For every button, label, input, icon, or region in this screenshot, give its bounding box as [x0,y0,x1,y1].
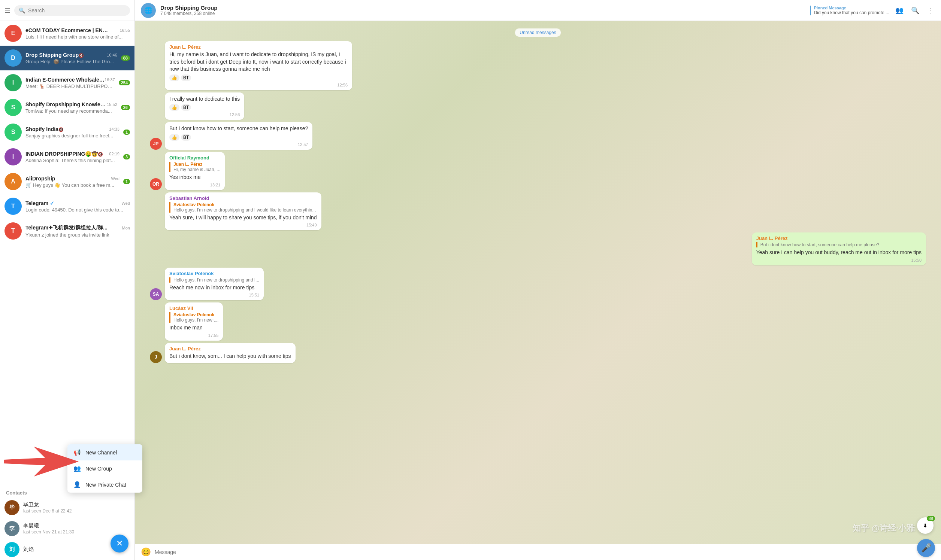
header-actions: 👥 🔍 ⋮ [894,5,935,16]
close-fab[interactable]: ✕ [111,535,128,552]
chat-name: eCOM TODAY Ecommerce | ENG C... [25,27,108,33]
mic-area: 🎤 [917,539,935,557]
chat-preview: Adelina Sophia: There's this mining plat… [25,158,119,163]
message-time: 15:51 [169,293,259,297]
new_private-icon: 👤 [73,481,81,488]
message-reply: Juan L. PérezHi, my name is Juan, ... [169,162,220,172]
chat-info: Telegram✈飞机群发/群组拉人/群...MonYixuan z joine… [25,225,130,238]
message-row: JJuan L. PérezBut i dont know, som... I … [150,343,926,363]
message-time: 12:57 [169,142,308,147]
avatar: T [5,222,22,240]
message-time: 15:50 [756,258,921,262]
more-options-icon[interactable]: ⋮ [925,5,935,16]
context-menu-item-new_group[interactable]: 👥New Group [68,460,142,477]
chat-preview: 🛒 Hey guys 👋 You can book a free m... [25,182,119,188]
avatar: S [5,123,22,141]
reaction[interactable]: BT [181,74,191,81]
mic-button[interactable]: 🎤 [917,539,935,557]
chat-info: Shopify Dropshipping Knowledge ...15:52T… [25,102,117,114]
message-row: JPBut i dont know how to start, someone … [150,122,926,150]
chat-info: INDIAN DROPSHIPPING🤑🤠🔇02:19Adelina Sophi… [25,151,119,163]
message-bubble: Official RaymondJuan L. PérezHi, my name… [165,152,225,190]
pinned-message[interactable]: Pinned Message Did you know that you can… [810,6,889,15]
chat-info: Drop Shipping Group🔇16:46Group Help: 📦 P… [25,52,117,65]
chat-badge: 1 [123,179,130,184]
chat-preview: Login code: 49450. Do not give this code… [25,207,130,212]
reaction[interactable]: 👍 [169,104,179,111]
chat-badge: 88 [121,55,130,61]
hamburger-icon[interactable]: ☰ [5,6,11,15]
avatar: T [5,198,22,215]
context-menu-item-new_private[interactable]: 👤New Private Chat [68,477,142,492]
chat-preview: Luis: Hi I need help with one store onli… [25,34,130,40]
search-box[interactable]: 🔍 [14,5,130,16]
avatar: A [5,173,22,190]
chat-time: Wed [111,176,119,181]
contact-name: 毕卫龙 [23,502,130,508]
chat-time: 15:52 [107,102,117,107]
search-icon: 🔍 [19,8,25,14]
chat-item[interactable]: AAliDropshipWed🛒 Hey guys 👋 You can book… [0,169,134,194]
message-input-bar: 😊 [135,544,941,560]
message-sender: Sviatoslav Polenok [169,271,259,276]
message-text: I really want to dedicate to this [169,95,240,103]
message-time: 12:56 [169,83,348,87]
avatar: E [5,25,22,42]
message-text: Reach me now in inbox for more tips [169,284,259,292]
reaction[interactable]: BT [181,104,191,111]
chat-item[interactable]: IIndian E-Commerce Wholsaler B2...16:37M… [0,70,134,95]
reply-text: But i dont know how to start, someone ca… [761,242,921,248]
chat-info: Telegram ✓WedLogin code: 49450. Do not g… [25,200,130,212]
reply-text: Hello guys, I'm new to dropshipping and … [173,208,317,212]
chat-time: 16:37 [105,77,115,82]
group-members: 7 048 members, 258 online [160,11,805,16]
contact-item[interactable]: 毕毕卫龙last seen Dec 6 at 22:42 [0,497,134,518]
contact-avatar: 毕 [5,500,20,515]
reaction[interactable]: BT [181,134,191,141]
message-row: Juan L. PérezHi, my name is Juan, and i … [150,41,926,90]
members-icon[interactable]: 👥 [894,5,905,16]
message-text: But i dont know, som... I can help you w… [169,352,291,360]
avatar: D [5,49,22,67]
message-reply: Sviatoslav PolenokHello guys, I'm new to… [169,202,317,212]
chat-info: Shopify India🔇14:33Sanjay graphics desig… [25,126,119,138]
chat-item[interactable]: IINDIAN DROPSHIPPING🤑🤠🔇02:19Adelina Soph… [0,145,134,169]
search-input[interactable] [28,8,125,14]
contact-avatar: 李 [5,521,20,536]
main-chat: 🌐 Drop Shipping Group 7 048 members, 258… [135,0,941,560]
scroll-badge: 88 [927,516,935,521]
contact-info: 李晨曦last seen Nov 21 at 21:30 [23,523,130,535]
chat-item[interactable]: SShopify India🔇14:33Sanjay graphics desi… [0,120,134,145]
reaction[interactable]: 👍 [169,134,179,141]
chat-item[interactable]: EeCOM TODAY Ecommerce | ENG C...16:55Lui… [0,21,134,46]
emoji-button[interactable]: 😊 [141,547,151,557]
search-chat-icon[interactable]: 🔍 [910,5,921,16]
chat-item[interactable]: TTelegram✈飞机群发/群组拉人/群...MonYixuan z join… [0,218,134,243]
chat-preview: Sanjay graphics designer full time freel… [25,133,119,138]
red-arrow [4,446,79,478]
context-menu-item-new_channel[interactable]: 📢New Channel [68,444,142,460]
chat-item[interactable]: SShopify Dropshipping Knowledge ...15:52… [0,95,134,120]
reply-text: Hello guys, I'm new to dropshipping and … [173,277,259,283]
message-sender: Official Raymond [169,155,220,161]
chat-item[interactable]: DDrop Shipping Group🔇16:46Group Help: 📦 … [0,46,134,70]
reply-text: Hello guys, I'm new t... [173,317,218,323]
scroll-to-bottom-button[interactable]: ⬇ 88 [917,517,933,534]
chat-name: Indian E-Commerce Wholsaler B2... [25,77,105,83]
message-avatar: SA [150,288,162,300]
reaction[interactable]: 👍 [169,74,179,81]
message-row: Juan L. PérezBut i dont know how to star… [150,232,926,265]
pinned-label: Pinned Message [814,6,889,10]
message-bubble: Juan L. PérezBut i dont know, som... I c… [165,343,296,363]
chat-list: EeCOM TODAY Ecommerce | ENG C...16:55Lui… [0,21,134,485]
message-input[interactable] [155,549,935,555]
context-menu: 📢New Channel👥New Group👤New Private Chat [68,444,142,492]
reply-sender: Sviatoslav Polenok [173,202,317,208]
message-sender: Juan L. Pérez [169,346,291,351]
chat-time: Mon [122,226,130,230]
chat-name: Shopify India🔇 [25,126,64,132]
message-row: SASviatoslav PolenokHello guys, I'm new … [150,268,926,301]
message-bubble: Sebastian ArnoldSviatoslav PolenokHello … [165,192,321,231]
contact-info: 毕卫龙last seen Dec 6 at 22:42 [23,502,130,514]
chat-item[interactable]: TTelegram ✓WedLogin code: 49450. Do not … [0,194,134,218]
